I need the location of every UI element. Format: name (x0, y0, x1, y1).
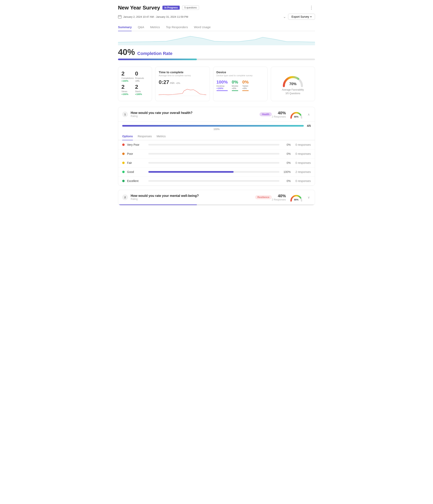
question-gauge-2: 80% (290, 193, 303, 201)
tab-metrics[interactable]: Metrics (150, 24, 160, 31)
question-gauge-1: 80% (290, 110, 303, 118)
date-range: January 2, 2024 10:47 AM - January 31, 2… (123, 15, 188, 18)
option-excellent: Excellent 0% 0 responses (118, 177, 315, 186)
completion-label: Completion Rate (137, 51, 173, 56)
option-poor: Poor 0% 0 responses (118, 149, 315, 158)
sparkline-chart (118, 31, 315, 45)
date-dropdown-chevron[interactable]: ⌄ (283, 15, 286, 19)
dot-excellent (122, 180, 125, 182)
question-header-1[interactable]: 1 How would you rate your overall health… (118, 107, 315, 122)
options-list-1: Very Poor 0% 0 responses Poor 0% 0 respo… (118, 140, 315, 186)
export-survey-button[interactable]: Export Survey ▾ (288, 14, 315, 20)
device-card: Device Device type used to complete surv… (213, 67, 268, 101)
questions-badge: 5 questions (182, 5, 199, 10)
tab-qa[interactable]: Q&A (138, 24, 144, 31)
stat-starts: 2 Starts +100% (135, 84, 149, 95)
bar-poor (148, 153, 279, 155)
question-info-2: How would you rate your mental well-bein… (131, 194, 253, 200)
completion-section: 40% Completion Rate (118, 45, 315, 67)
calendar-icon (118, 15, 122, 18)
completion-progress-bar (118, 59, 315, 60)
tab-summary[interactable]: Summary (118, 24, 132, 31)
dot-poor (122, 153, 125, 155)
device-tablet: 0% Tablet +0% (242, 80, 249, 91)
stats-card-overview: 2 Completions +100% 0 Dropouts +0% 2 Vie… (118, 67, 152, 101)
favorability-card: 70% Average Favorability 3/5 Questions (271, 67, 315, 101)
dot-very-poor (122, 144, 125, 146)
stat-dropouts: 0 Dropouts +0% (135, 71, 149, 82)
bar-fair (148, 162, 279, 164)
question-info-1: How would you rate your overall health? … (131, 111, 258, 117)
favorability-gauge: 70% (282, 73, 304, 87)
svg-text:80%: 80% (294, 116, 299, 118)
completion-percent: 40% (118, 47, 135, 57)
option-very-poor: Very Poor 0% 0 responses (118, 140, 315, 149)
question-expanded-1: 4/5 100% Options Responses Metrics Very … (118, 122, 315, 186)
opt-tab-responses[interactable]: Responses (138, 135, 152, 140)
svg-rect-0 (118, 16, 121, 18)
question-card-2: 2 How would you rate your mental well-be… (118, 190, 315, 205)
question-right-1: 40% 2 Responses (272, 110, 311, 118)
question-tag-2: Resilience (255, 195, 272, 199)
question-collapse-button-1[interactable]: ∧ (307, 112, 311, 117)
options-tabs-1: Options Responses Metrics (118, 132, 315, 140)
more-options-button[interactable]: ⋮ (308, 4, 315, 11)
rating-progress-bar: 4/5 100% (118, 122, 315, 132)
completion-progress-fill (118, 59, 197, 60)
svg-marker-1 (118, 36, 315, 45)
stat-views: 2 Views +100% (121, 84, 135, 95)
question-expand-button-2[interactable]: ∨ (307, 195, 311, 200)
time-to-complete-card: Time to complete Average time to complet… (155, 67, 210, 101)
question-progress-line-2 (118, 205, 315, 205)
question-number-2: 2 (122, 194, 128, 200)
svg-text:80%: 80% (294, 198, 299, 201)
stat-completions: 2 Completions +100% (121, 71, 135, 82)
opt-tab-options[interactable]: Options (122, 135, 133, 140)
tab-word-usage[interactable]: Word Usage (194, 24, 211, 31)
tab-top-responders[interactable]: Top Responders (166, 24, 188, 31)
bar-very-poor (148, 144, 279, 145)
bar-excellent (148, 180, 279, 182)
export-chevron-icon: ▾ (310, 16, 312, 18)
question-number-1: 1 (122, 111, 128, 117)
opt-tab-metrics[interactable]: Metrics (156, 135, 166, 140)
option-fair: Fair 0% 0 responses (118, 158, 315, 167)
device-mobile: 0% Mobile +0% (232, 80, 238, 91)
stats-row: 2 Completions +100% 0 Dropouts +0% 2 Vie… (118, 67, 315, 101)
page-title: New Year Survey (118, 5, 160, 11)
bar-good (148, 171, 279, 173)
dot-good (122, 171, 125, 173)
question-tag-1: Health (260, 112, 272, 116)
svg-text:70%: 70% (289, 82, 296, 86)
time-mini-chart (159, 87, 206, 97)
question-header-2[interactable]: 2 How would you rate your mental well-be… (118, 190, 315, 205)
device-desktop: 100% Desktop +100% (216, 80, 228, 91)
main-tabs: Summary Q&A Metrics Top Responders Word … (118, 24, 315, 31)
option-good: Good 100% 2 responses (118, 167, 315, 177)
question-card-1: 1 How would you rate your overall health… (118, 107, 315, 186)
dot-fair (122, 162, 125, 164)
question-right-2: 40% 2 Responses (272, 193, 311, 201)
status-badge: In Progress (162, 6, 180, 10)
